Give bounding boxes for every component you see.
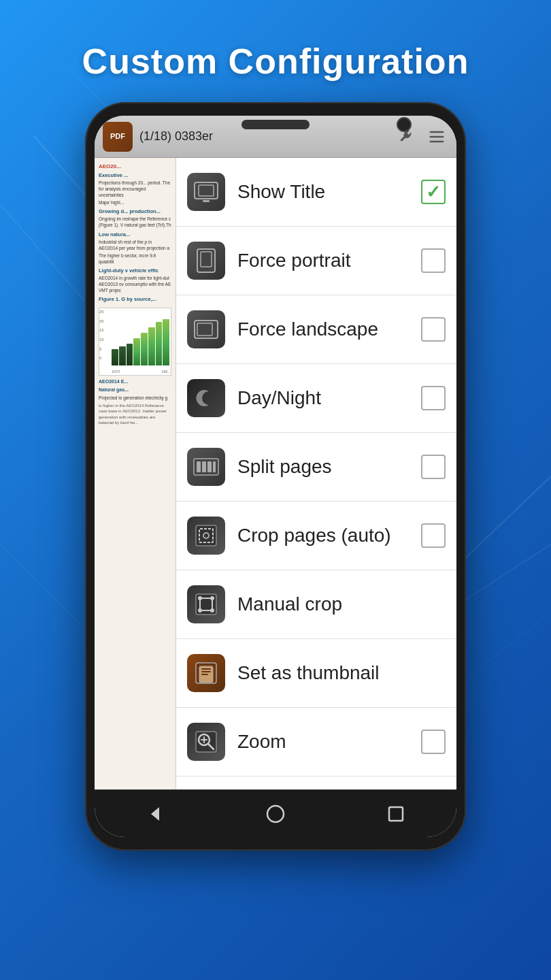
pdf-text-5: AEO2014 in growth rate for light-dut AEO… — [99, 275, 171, 293]
page-title: Custom Configuration — [82, 41, 469, 82]
pdf-section-growing: Growing d... production... — [99, 208, 171, 214]
show-title-label: Show Title — [237, 181, 421, 203]
crop-pages-checkbox[interactable] — [421, 523, 446, 548]
svg-point-31 — [210, 608, 214, 612]
pdf-icon-label: PDF — [110, 133, 125, 140]
zoom-checkbox[interactable] — [421, 730, 446, 754]
phone-camera — [397, 117, 412, 132]
day-night-checkbox[interactable] — [421, 386, 446, 410]
phone-screen: PDF (1/18) 0383er AEO20... Execu — [95, 116, 456, 837]
svg-rect-13 — [203, 200, 210, 202]
split-pages-label: Split pages — [237, 456, 421, 478]
crop-pages-icon — [187, 517, 225, 555]
manual-crop-label: Manual crop — [237, 593, 446, 615]
menu-item-force-landscape[interactable]: Force landscape — [176, 295, 456, 364]
menu-button[interactable] — [425, 125, 448, 148]
pdf-figure-label: Figure 1. G by source,... — [99, 296, 171, 302]
svg-rect-10 — [430, 140, 444, 142]
svg-point-29 — [210, 596, 214, 600]
svg-rect-21 — [207, 461, 212, 472]
menu-item-zoom[interactable]: Zoom — [176, 708, 456, 777]
menu-item-manual-crop[interactable]: Manual crop — [176, 570, 456, 639]
svg-rect-35 — [201, 671, 211, 672]
phone-frame: PDF (1/18) 0383er AEO20... Execu — [85, 102, 466, 851]
pdf-preview: AEO20... Executive ... Projections throu… — [95, 158, 176, 789]
force-portrait-checkbox[interactable] — [421, 248, 446, 273]
svg-point-28 — [198, 596, 202, 600]
force-landscape-checkbox[interactable] — [421, 317, 446, 342]
svg-marker-42 — [151, 807, 159, 821]
chart-bars — [112, 311, 169, 365]
svg-rect-22 — [213, 461, 216, 472]
phone-speaker — [241, 120, 310, 129]
bottom-nav — [95, 789, 456, 837]
topbar-title: (1/18) 0383er — [139, 129, 391, 144]
svg-point-30 — [198, 608, 202, 612]
split-pages-checkbox[interactable] — [421, 455, 446, 479]
menu-item-crop-pages[interactable]: Crop pages (auto) — [176, 502, 456, 570]
pdf-chart: 25 20 15 10 5 0 — [99, 308, 171, 376]
zoom-label: Zoom — [237, 731, 421, 753]
chart-x-labels: 1970 199... — [112, 370, 171, 374]
force-landscape-icon-box — [187, 310, 225, 348]
pdf-icon: PDF — [103, 122, 133, 152]
svg-rect-19 — [197, 461, 201, 472]
day-night-icon — [187, 379, 225, 417]
svg-rect-20 — [202, 461, 206, 472]
force-landscape-label: Force landscape — [237, 318, 421, 340]
home-button[interactable] — [258, 797, 293, 831]
pdf-text-1: Projections through 20... period. The fo… — [99, 180, 171, 198]
content-area: AEO20... Executive ... Projections throu… — [95, 158, 456, 789]
back-button[interactable] — [138, 797, 172, 831]
show-title-checkbox[interactable]: ✓ — [421, 180, 446, 204]
zoom-icon — [187, 723, 225, 761]
show-title-icon — [187, 173, 225, 211]
manual-crop-icon — [187, 585, 225, 623]
set-thumbnail-icon — [187, 654, 225, 692]
set-thumbnail-label: Set as thumbnail — [237, 662, 446, 684]
svg-rect-34 — [201, 668, 211, 670]
pdf-text-major: Major highl... — [99, 199, 171, 206]
pdf-section-low: Low natura... — [99, 231, 171, 238]
split-pages-icon — [187, 448, 225, 486]
svg-point-43 — [267, 806, 284, 822]
pdf-text-4: The higher b sector, incre 9.8 quadrilli — [99, 252, 171, 265]
force-portrait-label: Force portrait — [237, 250, 421, 272]
svg-rect-9 — [430, 135, 444, 137]
menu-item-force-portrait[interactable]: Force portrait — [176, 227, 456, 295]
svg-rect-8 — [430, 131, 444, 132]
chart-y-labels: 25 20 15 10 5 0 — [99, 308, 112, 361]
svg-rect-44 — [389, 807, 403, 821]
menu-item-show-title[interactable]: Show Title ✓ — [176, 158, 456, 227]
svg-rect-36 — [201, 674, 208, 675]
pdf-text-2: Ongoing im reshape the Reference c (Figu… — [99, 216, 171, 228]
menu-item-split-pages[interactable]: Split pages — [176, 433, 456, 502]
recent-button[interactable] — [379, 797, 413, 831]
svg-rect-14 — [197, 249, 215, 272]
pdf-section-light: Light-duty v vehicle effic — [99, 267, 171, 274]
day-night-label: Day/Night — [237, 387, 421, 409]
pdf-section-executive: Executive ... — [99, 172, 171, 178]
crop-pages-label: Crop pages (auto) — [237, 525, 421, 546]
checkmark-icon: ✓ — [426, 182, 441, 203]
pdf-bottom: AEO2014 E... Natural gas... Projected lo… — [99, 378, 171, 425]
menu-item-day-night[interactable]: Day/Night — [176, 364, 456, 433]
menu-list: Show Title ✓ Force portrait — [176, 158, 456, 789]
force-portrait-icon — [187, 242, 225, 280]
pdf-header: AEO20... — [99, 163, 171, 169]
pdf-text-3: Industrial sh rest of the p in AEO2014 p… — [99, 239, 171, 251]
menu-item-set-thumbnail[interactable]: Set as thumbnail — [176, 639, 456, 708]
